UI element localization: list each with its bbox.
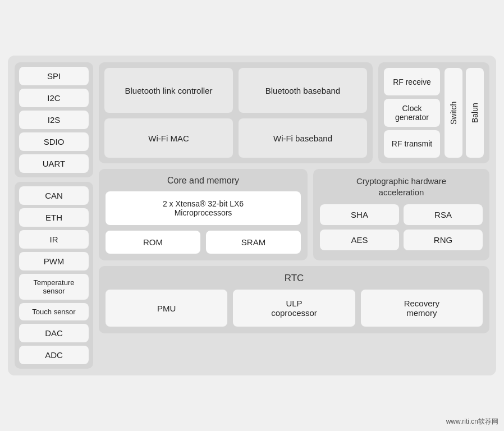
bluetooth-baseband-box: Bluetooth baseband <box>239 68 367 113</box>
wifi-mac-box: Wi-Fi MAC <box>104 118 233 158</box>
can-box: CAN <box>19 186 89 205</box>
switch-box: Switch <box>445 68 462 158</box>
watermark: www.riti.cn软荐网 <box>446 417 498 427</box>
sdio-box: SDIO <box>19 132 89 151</box>
aes-box: AES <box>320 230 399 250</box>
crypto-group: Cryptographic hardwareacceleration SHA R… <box>313 169 489 260</box>
ir-box: IR <box>19 230 89 249</box>
rf-transmit-box: RF transmit <box>384 130 440 158</box>
rf-receive-box: RF receive <box>384 68 440 95</box>
balun-box: Balun <box>466 68 484 158</box>
left-bottom-group: CAN ETH IR PWM Temperaturesensor Touch s… <box>15 182 93 369</box>
i2s-box: I2S <box>19 111 89 129</box>
rsa-box: RSA <box>404 204 483 225</box>
main-diagram: SPI I2C I2S SDIO UART CAN ETH IR PWM Tem… <box>8 56 496 375</box>
crypto-grid: SHA RSA AES RNG <box>320 204 483 250</box>
rtc-group: RTC PMU ULPcoprocessor Recoverymemory <box>99 266 489 333</box>
core-title: Core and memory <box>106 176 301 186</box>
recovery-memory-box: Recoverymemory <box>361 290 483 327</box>
pwm-box: PWM <box>19 252 89 270</box>
sha-box: SHA <box>320 204 399 225</box>
middle-row: Core and memory 2 x Xtensa® 32-bit LX6Mi… <box>99 169 489 260</box>
left-column: SPI I2C I2S SDIO UART CAN ETH IR PWM Tem… <box>15 62 93 369</box>
rom-box: ROM <box>106 231 200 254</box>
eth-box: ETH <box>19 208 89 227</box>
uart-box: UART <box>19 154 89 173</box>
i2c-box: I2C <box>19 89 89 107</box>
temp-sensor-box: Temperaturesensor <box>19 274 89 300</box>
rtc-title: RTC <box>106 273 483 284</box>
bluetooth-link-controller-box: Bluetooth link controller <box>104 68 233 113</box>
rf-vertical-group: Switch Balun <box>445 68 484 158</box>
top-row: Bluetooth link controller Wi-Fi MAC Blue… <box>99 62 489 163</box>
dac-box: DAC <box>19 324 89 342</box>
sram-box: SRAM <box>206 231 301 254</box>
rng-box: RNG <box>404 230 483 250</box>
left-top-group: SPI I2C I2S SDIO UART <box>15 62 93 177</box>
ulp-coprocessor-box: ULPcoprocessor <box>233 290 355 327</box>
clock-generator-box: Clockgenerator <box>384 99 440 126</box>
rf-group: RF receive Clockgenerator RF transmit Sw… <box>378 62 489 163</box>
core-mem-row: ROM SRAM <box>106 231 301 254</box>
wifi-baseband-box: Wi-Fi baseband <box>239 118 367 158</box>
crypto-title: Cryptographic hardwareacceleration <box>320 176 483 198</box>
pmu-box: PMU <box>106 290 227 327</box>
right-area: Bluetooth link controller Wi-Fi MAC Blue… <box>99 62 489 369</box>
core-memory-group: Core and memory 2 x Xtensa® 32-bit LX6Mi… <box>99 169 308 260</box>
adc-box: ADC <box>19 346 89 364</box>
rf-boxes: RF receive Clockgenerator RF transmit <box>384 68 440 158</box>
processor-box: 2 x Xtensa® 32-bit LX6Microprocessors <box>106 191 301 225</box>
bluetooth-wifi-group: Bluetooth link controller Wi-Fi MAC Blue… <box>99 62 373 163</box>
rtc-inner: PMU ULPcoprocessor Recoverymemory <box>106 290 483 327</box>
spi-box: SPI <box>19 67 89 85</box>
touch-sensor-box: Touch sensor <box>19 303 89 320</box>
